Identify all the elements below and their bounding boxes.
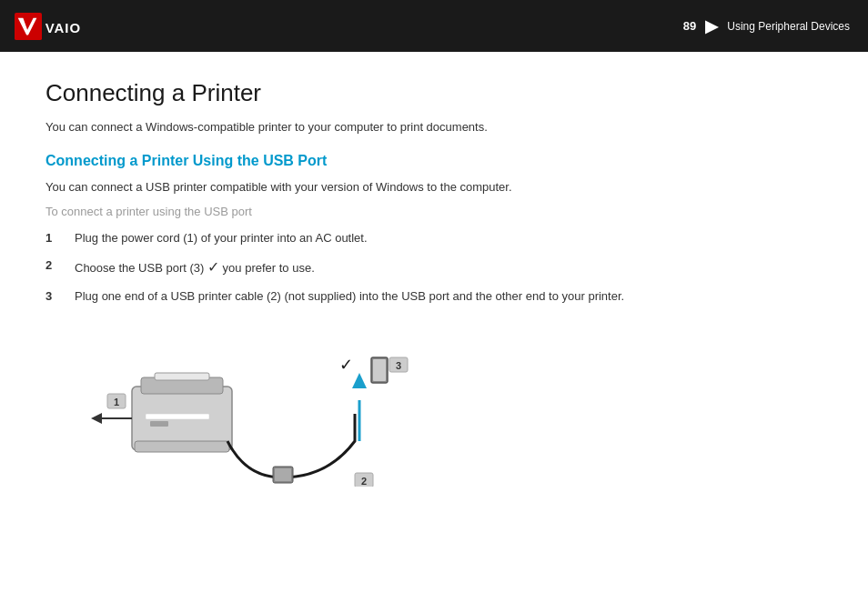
intro-text: You can connect a Windows-compatible pri… <box>45 118 823 136</box>
page-content: Connecting a Printer You can connect a W… <box>0 52 868 514</box>
step-2-num: 2 <box>45 256 60 278</box>
svg-rect-0 <box>15 13 42 40</box>
svg-rect-6 <box>146 414 209 419</box>
header-arrow-icon: ▶ <box>705 16 718 36</box>
svg-rect-7 <box>135 441 229 452</box>
svg-text:VAIO: VAIO <box>45 19 81 35</box>
svg-rect-8 <box>150 421 168 427</box>
step-1-num: 1 <box>45 229 60 247</box>
diagram-container: 1 2 ✓ 3 <box>45 323 428 487</box>
step-2-text: Choose the USB port (3) ✓ you prefer to … <box>75 256 823 278</box>
svg-text:✓: ✓ <box>339 356 353 374</box>
svg-marker-12 <box>91 413 102 424</box>
page-header: VAIO 89 ▶ Using Peripheral Devices <box>0 0 868 52</box>
svg-rect-5 <box>155 373 209 380</box>
svg-text:2: 2 <box>361 476 367 487</box>
svg-text:3: 3 <box>396 360 401 371</box>
vaio-logo: VAIO <box>15 13 91 40</box>
header-right: 89 ▶ Using Peripheral Devices <box>683 16 850 36</box>
svg-rect-21 <box>373 359 386 381</box>
page-title: Connecting a Printer <box>45 79 823 107</box>
svg-marker-18 <box>352 373 367 388</box>
diagram-svg: 1 2 ✓ 3 <box>45 323 428 487</box>
step-3-text: Plug one end of a USB printer cable (2) … <box>75 287 823 306</box>
step-3: 3 Plug one end of a USB printer cable (2… <box>45 287 823 306</box>
svg-rect-14 <box>275 468 291 481</box>
step-1-text: Plug the power cord (1) of your printer … <box>75 229 823 247</box>
procedure-title: To connect a printer using the USB port <box>45 205 823 218</box>
section-heading: Connecting a Printer Using the USB Port <box>45 153 823 169</box>
steps-list: 1 Plug the power cord (1) of your printe… <box>45 229 823 305</box>
page-number: 89 <box>683 19 696 33</box>
svg-text:1: 1 <box>114 397 119 407</box>
step-1: 1 Plug the power cord (1) of your printe… <box>45 229 823 247</box>
header-section-title: Using Peripheral Devices <box>727 20 850 33</box>
section-intro: You can connect a USB printer compatible… <box>45 178 823 196</box>
step-3-num: 3 <box>45 287 60 306</box>
step-2: 2 Choose the USB port (3) ✓ you prefer t… <box>45 256 823 278</box>
